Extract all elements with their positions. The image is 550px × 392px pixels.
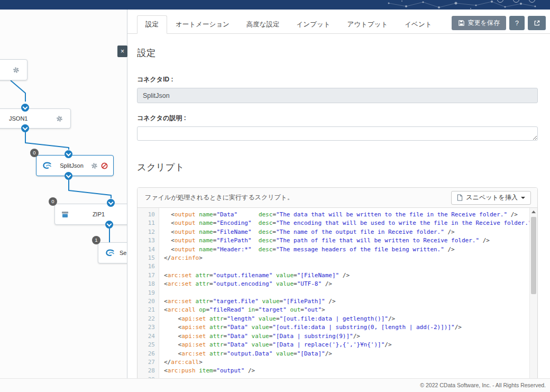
- script-code-editor[interactable]: <output name="Data" desc="The data that …: [159, 208, 537, 378]
- save-icon: [458, 20, 465, 26]
- gear-icon[interactable]: [13, 67, 20, 74]
- code-editor: 1011121314151617181920212223242526272829…: [138, 208, 537, 378]
- node-label: Se: [120, 250, 126, 256]
- queue-count-badge: 0: [30, 149, 39, 157]
- copyright-text: © 2022 CData Software, Inc. - All Rights…: [420, 382, 546, 388]
- scrollbar-thumb[interactable]: [531, 217, 536, 294]
- chevron-down-connection-point[interactable]: [21, 124, 29, 132]
- app-window: JSON1 0 SplitJson 0: [0, 0, 550, 392]
- chevron-down-connection-point[interactable]: [21, 104, 29, 112]
- queue-count-badge: 1: [92, 236, 100, 244]
- tab-automation[interactable]: オートメーション: [167, 15, 238, 34]
- queue-count-badge: 0: [49, 197, 57, 206]
- connector-icon: [42, 162, 52, 170]
- tab-actions: 変更を保存 ?: [452, 16, 546, 33]
- tab-output[interactable]: アウトプット: [339, 15, 397, 34]
- chevron-down-connection-point[interactable]: [65, 172, 72, 180]
- top-navbar: [0, 0, 550, 10]
- node-zip1[interactable]: 0 ZIP1: [54, 204, 132, 225]
- connector-icon: [105, 249, 115, 257]
- line-number-gutter: 1011121314151617181920212223242526272829: [138, 208, 159, 378]
- chevron-down-connection-point[interactable]: [65, 150, 72, 158]
- script-section-heading: スクリプト: [137, 161, 538, 174]
- node-label: JSON1: [9, 115, 28, 122]
- scrollbar-up-arrow[interactable]: [530, 208, 537, 216]
- tab-events[interactable]: イベント: [396, 15, 440, 34]
- disabled-icon[interactable]: [101, 162, 108, 169]
- node-partial[interactable]: [0, 59, 28, 80]
- gear-icon[interactable]: [56, 115, 63, 122]
- settings-content: 設定 コネクタID : コネクタの説明 : スクリプト ファイルが処理されるとき…: [127, 34, 550, 378]
- script-description: ファイルが処理されるときに実行するスクリプト。: [145, 193, 294, 202]
- code-scrollbar: [529, 208, 537, 378]
- chevron-down-connection-point[interactable]: [107, 199, 115, 207]
- insert-snippet-label: スニペットを挿入: [466, 193, 518, 202]
- settings-panel: 設定 オートメーション 高度な設定 インプット アウトプット イベント 変更を保…: [127, 10, 550, 378]
- node-label: SplitJson: [56, 162, 88, 169]
- external-link-icon: [534, 20, 540, 26]
- connector-id-input[interactable]: [137, 88, 538, 103]
- save-changes-button[interactable]: 変更を保存: [452, 16, 506, 30]
- settings-section-heading: 設定: [137, 47, 538, 59]
- tab-input[interactable]: インプット: [288, 15, 339, 34]
- tab-advanced-settings[interactable]: 高度な設定: [238, 15, 288, 34]
- open-external-button[interactable]: [528, 16, 546, 30]
- connector-id-group: コネクタID :: [137, 75, 538, 103]
- connector-description-label: コネクタの説明 :: [137, 114, 538, 123]
- gear-icon[interactable]: [91, 162, 98, 169]
- script-card: ファイルが処理されるときに実行するスクリプト。 スニペットを挿入 1011121…: [137, 187, 538, 378]
- save-changes-label: 変更を保存: [468, 19, 500, 28]
- help-button[interactable]: ?: [509, 16, 525, 30]
- chevron-down-connection-point[interactable]: [105, 221, 113, 229]
- tab-bar: 設定 オートメーション 高度な設定 インプット アウトプット イベント 変更を保…: [127, 16, 550, 34]
- network-pattern-decoration: [360, 0, 550, 10]
- connector-id-label: コネクタID :: [137, 75, 538, 84]
- flow-canvas[interactable]: JSON1 0 SplitJson 0: [0, 10, 127, 378]
- node-json1[interactable]: JSON1: [0, 108, 71, 129]
- connector-description-input[interactable]: [137, 126, 538, 141]
- insert-snippet-button[interactable]: スニペットを挿入: [451, 191, 531, 205]
- tab-settings[interactable]: 設定: [137, 15, 167, 34]
- connector-description-group: コネクタの説明 :: [137, 114, 538, 143]
- node-splitjson[interactable]: 0 SplitJson: [36, 155, 114, 176]
- node-label: ZIP1: [72, 211, 125, 217]
- zip-icon: [61, 211, 69, 218]
- script-card-header: ファイルが処理されるときに実行するスクリプト。 スニペットを挿入: [138, 188, 537, 208]
- close-panel-button[interactable]: ×: [117, 45, 127, 57]
- page-footer: © 2022 CData Software, Inc. - All Rights…: [0, 378, 550, 392]
- chevron-down-icon: [521, 197, 525, 199]
- snippet-file-icon: [457, 194, 463, 201]
